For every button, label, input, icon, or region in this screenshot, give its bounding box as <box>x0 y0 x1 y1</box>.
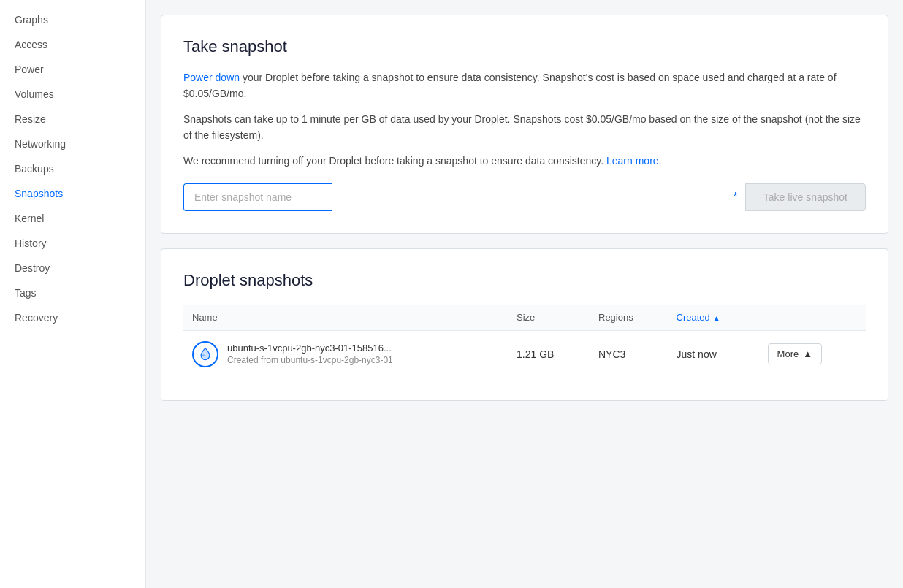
take-snapshot-card: Take snapshot Power down your Droplet be… <box>161 15 888 234</box>
info-text-3-pre: We recommend turning off your Droplet be… <box>183 155 603 167</box>
sidebar-item-tags[interactable]: Tags <box>0 280 145 305</box>
sidebar-item-snapshots[interactable]: Snapshots <box>0 181 145 206</box>
more-label: More <box>777 348 799 359</box>
take-live-snapshot-button[interactable]: Take live snapshot <box>745 183 866 211</box>
info-text-1-body: your Droplet before taking a snapshot to… <box>183 72 837 99</box>
info-text-2: Snapshots can take up to 1 minute per GB… <box>183 111 866 144</box>
droplet-icon <box>192 341 218 367</box>
snapshot-size: 1.21 GB <box>508 330 590 378</box>
sidebar-item-resize[interactable]: Resize <box>0 107 145 131</box>
sidebar-item-kernel[interactable]: Kernel <box>0 206 145 231</box>
sidebar-item-backups[interactable]: Backups <box>0 156 145 181</box>
snapshot-more-cell: More▲ <box>759 330 866 378</box>
sidebar-item-power[interactable]: Power <box>0 57 145 82</box>
col-name: Name <box>183 305 508 331</box>
sidebar-item-history[interactable]: History <box>0 231 145 256</box>
more-button[interactable]: More▲ <box>768 343 823 364</box>
learn-more-link[interactable]: Learn more. <box>606 155 661 167</box>
snapshot-regions: NYC3 <box>590 330 668 378</box>
more-chevron-icon: ▲ <box>803 348 812 359</box>
droplet-snapshots-card: Droplet snapshots NameSizeRegionsCreated… <box>161 248 888 401</box>
sidebar-item-volumes[interactable]: Volumes <box>0 82 145 107</box>
col-actions <box>759 305 866 331</box>
droplet-svg <box>198 347 213 362</box>
table-row: ubuntu-s-1vcpu-2gb-nyc3-01-158516... Cre… <box>183 330 866 378</box>
table-header-row: NameSizeRegionsCreated▲ <box>183 305 866 331</box>
sort-arrow-icon: ▲ <box>713 314 720 322</box>
snapshot-name-wrapper: * <box>183 183 745 211</box>
droplet-snapshots-title: Droplet snapshots <box>183 271 866 290</box>
col-created[interactable]: Created▲ <box>668 305 759 331</box>
snapshot-created: Just now <box>668 330 759 378</box>
col-size: Size <box>508 305 590 331</box>
snapshot-name-cell: ubuntu-s-1vcpu-2gb-nyc3-01-158516... Cre… <box>183 330 508 378</box>
info-text-3: We recommend turning off your Droplet be… <box>183 153 866 169</box>
table-body: ubuntu-s-1vcpu-2gb-nyc3-01-158516... Cre… <box>183 330 866 378</box>
snapshot-sub-text: Created from ubuntu-s-1vcpu-2gb-nyc3-01 <box>227 355 393 365</box>
table-header: NameSizeRegionsCreated▲ <box>183 305 866 331</box>
info-text-1: Power down your Droplet before taking a … <box>183 69 866 102</box>
sidebar-item-destroy[interactable]: Destroy <box>0 256 145 280</box>
snapshot-name-input[interactable] <box>183 183 332 211</box>
take-snapshot-title: Take snapshot <box>183 37 866 56</box>
required-star: * <box>734 191 738 204</box>
power-down-link[interactable]: Power down <box>183 72 240 83</box>
col-regions: Regions <box>590 305 668 331</box>
sidebar-item-access[interactable]: Access <box>0 32 145 57</box>
main-content: Take snapshot Power down your Droplet be… <box>146 0 903 588</box>
snapshots-table: NameSizeRegionsCreated▲ ubuntu-s-1vcpu-2… <box>183 305 866 378</box>
sidebar-item-graphs[interactable]: Graphs <box>0 7 145 32</box>
sidebar-item-networking[interactable]: Networking <box>0 131 145 156</box>
svg-point-0 <box>202 354 205 356</box>
snapshot-input-row: * Take live snapshot <box>183 183 866 211</box>
sidebar: GraphsAccessPowerVolumesResizeNetworking… <box>0 0 146 588</box>
snapshot-name-text: ubuntu-s-1vcpu-2gb-nyc3-01-158516... <box>227 343 393 354</box>
sidebar-item-recovery[interactable]: Recovery <box>0 305 145 330</box>
